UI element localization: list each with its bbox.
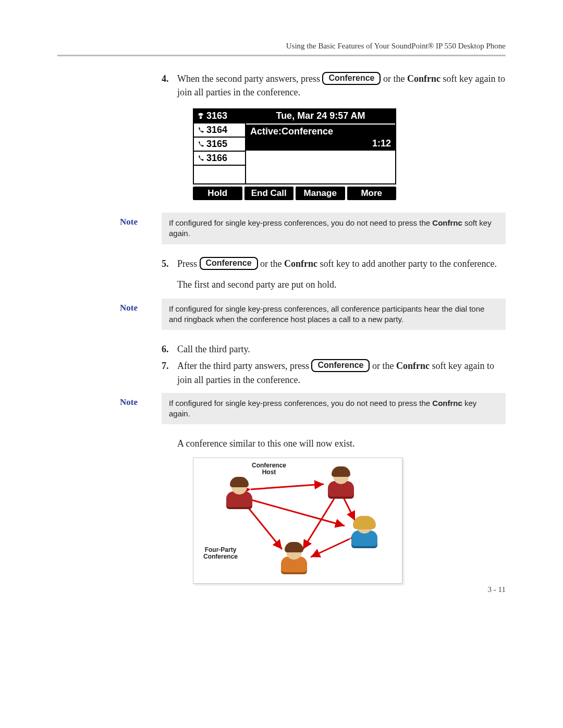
step-4: 4. When the second party answers, press … bbox=[162, 72, 506, 99]
line-4-number: 3166 bbox=[206, 153, 227, 164]
avatar-host bbox=[225, 479, 254, 507]
softkey-manage: Manage bbox=[296, 187, 345, 200]
step-6-number: 6. bbox=[162, 342, 169, 356]
conference-key-icon: Conference bbox=[311, 359, 370, 372]
svg-line-2 bbox=[251, 500, 345, 526]
svg-line-5 bbox=[303, 499, 334, 549]
screen-body-area bbox=[245, 152, 395, 183]
step-5-text-c: soft key to add another party to the con… bbox=[317, 258, 497, 269]
softkey-endcall: End Call bbox=[244, 187, 294, 200]
conference-diagram: ConferenceHost Four-PartyConference bbox=[193, 458, 402, 584]
confrnc-label: Confrnc bbox=[432, 218, 462, 227]
note-1: Note If configured for single key-press … bbox=[57, 213, 506, 244]
note-3: Note If configured for single key-press … bbox=[57, 393, 506, 425]
confrnc-label: Confrnc bbox=[284, 258, 317, 269]
step-5-text-b: or the bbox=[260, 258, 284, 269]
note-label: Note bbox=[57, 393, 162, 425]
avatar-party-3 bbox=[350, 518, 379, 546]
step-7-number: 7. bbox=[162, 359, 169, 373]
screen-status: Active:Conference 1:12 bbox=[246, 124, 395, 152]
closing-text: A conference similar to this one will no… bbox=[177, 437, 506, 450]
line-1-number: 3163 bbox=[206, 110, 227, 121]
status-text: Active:Conference bbox=[250, 126, 391, 137]
step-7-text-a: After the third party answers, press bbox=[177, 361, 311, 371]
handset-icon bbox=[197, 155, 204, 162]
line-key-2: 3164 bbox=[194, 124, 246, 138]
line-2-number: 3164 bbox=[206, 125, 227, 135]
note-label: Note bbox=[57, 299, 162, 330]
conference-key-icon: Conference bbox=[322, 72, 381, 85]
line-key-blank bbox=[194, 166, 246, 183]
line-key-3: 3165 bbox=[194, 138, 246, 152]
confrnc-label: Confrnc bbox=[432, 399, 462, 408]
call-timer: 1:12 bbox=[372, 138, 391, 149]
line-key-4: 3166 bbox=[194, 152, 246, 166]
running-header: Using the Basic Features of Your SoundPo… bbox=[57, 42, 506, 51]
page-number: 3 - 11 bbox=[488, 585, 506, 594]
note-2-body: If configured for single key-press confe… bbox=[162, 299, 506, 330]
note-1-text-a: If configured for single key-press confe… bbox=[169, 218, 432, 227]
step-4-text-b: or the bbox=[383, 73, 407, 84]
svg-line-6 bbox=[311, 539, 350, 557]
line-key-1: 3163 bbox=[194, 109, 246, 124]
handset-off-icon bbox=[197, 113, 204, 120]
svg-rect-0 bbox=[200, 116, 202, 119]
screen-datetime: Tue, Mar 24 9:57 AM bbox=[246, 109, 395, 124]
step-5: 5. Press Conference or the Confrnc soft … bbox=[162, 257, 506, 270]
note-3-text-a: If configured for single key-press confe… bbox=[169, 399, 432, 408]
diagram-host-label: ConferenceHost bbox=[246, 462, 292, 476]
handset-icon bbox=[197, 141, 204, 148]
step-7: 7. After the third party answers, press … bbox=[162, 359, 506, 386]
step-4-text-a: When the second party answers, press bbox=[177, 73, 322, 84]
softkey-hold: Hold bbox=[193, 187, 242, 200]
handset-icon bbox=[197, 127, 204, 134]
step-7-text-b: or the bbox=[372, 361, 396, 371]
step-6-text: Call the third party. bbox=[177, 344, 250, 354]
avatar-party-2 bbox=[326, 468, 356, 497]
confrnc-label: Confrnc bbox=[407, 73, 440, 84]
note-2: Note If configured for single key-press … bbox=[57, 299, 506, 330]
step-4-number: 4. bbox=[162, 72, 169, 85]
confrnc-label: Confrnc bbox=[396, 361, 430, 371]
note-3-body: If configured for single key-press confe… bbox=[162, 393, 506, 425]
softkey-more: More bbox=[347, 187, 397, 200]
note-label: Note bbox=[57, 213, 162, 244]
conference-key-icon: Conference bbox=[200, 257, 258, 270]
header-rule bbox=[57, 55, 506, 56]
line-3-number: 3165 bbox=[206, 139, 227, 150]
svg-line-3 bbox=[248, 508, 282, 549]
step-6: 6. Call the third party. bbox=[162, 342, 506, 356]
note-1-body: If configured for single key-press confe… bbox=[162, 213, 506, 244]
phone-screen: 3163 Tue, Mar 24 9:57 AM 3164 3165 bbox=[193, 108, 396, 200]
softkey-row: Hold End Call Manage More bbox=[193, 187, 396, 200]
svg-line-1 bbox=[251, 484, 324, 489]
step-5-text-a: Press bbox=[177, 258, 200, 269]
diagram-title-label: Four-PartyConference bbox=[200, 547, 241, 560]
step-5-follow: The first and second party are put on ho… bbox=[177, 278, 506, 291]
avatar-party-4 bbox=[279, 544, 309, 572]
svg-line-4 bbox=[342, 495, 355, 521]
step-5-number: 5. bbox=[162, 257, 169, 270]
